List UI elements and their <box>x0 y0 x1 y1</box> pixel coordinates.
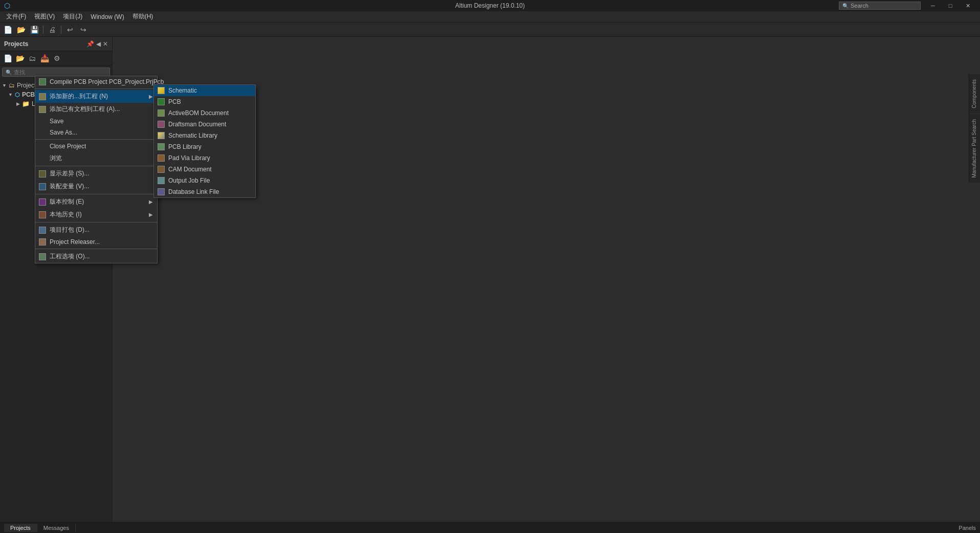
ctx-close-project[interactable]: Close Project <box>35 141 157 152</box>
manufacturer-part-search-tab[interactable]: Manufacturer Part Search <box>969 114 980 183</box>
ctx-options[interactable]: 工程选项 (O)... <box>35 250 157 263</box>
ctx-show-diff[interactable]: 显示差异 (S)... <box>35 167 157 180</box>
titlebar-search-box[interactable]: 🔍 Search <box>839 2 921 10</box>
new-file-button[interactable]: 📄 <box>2 25 13 35</box>
ctx-sub-activebom[interactable]: ActiveBOM Document <box>154 107 255 119</box>
ctx-sub-activebom-label: ActiveBOM Document <box>168 109 229 117</box>
ctx-sub-pad-via[interactable]: Pad Via Library <box>154 152 255 164</box>
panel-title: Projects <box>4 40 28 48</box>
release-icon <box>38 238 47 246</box>
panel-new-button[interactable]: 📄 <box>2 53 13 63</box>
save-button[interactable]: 💾 <box>29 25 40 35</box>
menu-help[interactable]: 帮助(H) <box>128 11 158 22</box>
bom-icon <box>157 109 165 117</box>
panel-open-folder-button[interactable]: 🗂 <box>27 53 38 63</box>
ctx-package[interactable]: 项目打包 (D)... <box>35 224 157 236</box>
panel-toolbar: 📄 📂 🗂 📥 ⚙ <box>0 51 112 65</box>
print-button[interactable]: 🖨 <box>47 25 58 35</box>
ctx-compile[interactable]: Compile PCB Project PCB_Project.PrjPcb <box>35 76 157 87</box>
open-button[interactable]: 📂 <box>15 25 27 35</box>
toolbar: 📄 📂 💾 🖨 ↩ ↪ <box>0 23 980 37</box>
ctx-version[interactable]: 版本控制 (E) ▶ <box>35 195 157 208</box>
minimize-button[interactable]: ─ <box>925 0 941 11</box>
ctx-add-existing[interactable]: 添加已有文档到工程 (A)... <box>35 103 157 116</box>
ctx-sub-pcb-label: PCB <box>168 98 181 105</box>
ctx-history[interactable]: 本地历史 (I) ▶ <box>35 208 157 221</box>
ctx-add-new-label: 添加新的...到工程 (N) <box>50 92 108 101</box>
context-menu-level2: Schematic PCB ActiveBOM Document Draftsm… <box>153 84 256 198</box>
ctx-add-existing-label: 添加已有文档到工程 (A)... <box>50 105 120 114</box>
submenu-arrow: ▶ <box>149 94 153 99</box>
ctx-browse-label: 浏览 <box>50 154 62 163</box>
ctx-browse[interactable]: 浏览 <box>35 152 157 165</box>
right-side-tabs: Components Manufacturer Part Search <box>969 74 980 183</box>
ctx-sub-cam-label: CAM Document <box>168 166 212 173</box>
ctx-sub-output-job[interactable]: Output Job File <box>154 175 255 186</box>
projects-tab[interactable]: Projects <box>4 524 37 532</box>
restore-button[interactable]: □ <box>942 0 959 11</box>
menu-window[interactable]: Window (W) <box>86 12 128 21</box>
ctx-sub-schematic-library[interactable]: Schematic Library <box>154 130 255 141</box>
ctx-sub-database-link[interactable]: Database Link File <box>154 186 255 197</box>
redo-button[interactable]: ↪ <box>78 25 89 35</box>
ctx-release[interactable]: Project Releaser... <box>35 236 157 248</box>
panels-button[interactable]: Panels <box>959 525 976 531</box>
undo-button[interactable]: ↩ <box>64 25 76 35</box>
panel-pin-icon[interactable]: 📌 <box>86 40 94 48</box>
app-title: Altium Designer (19.0.10) <box>455 2 525 9</box>
ctx-sub-schematic-label: Schematic <box>168 87 197 94</box>
output-job-icon <box>157 176 165 185</box>
ctx-sub-pcb-library-label: PCB Library <box>168 143 202 150</box>
compile-icon <box>38 78 47 86</box>
components-tab[interactable]: Components <box>969 74 980 114</box>
ctx-save[interactable]: Save <box>35 116 157 127</box>
panel-close-icon[interactable]: ✕ <box>103 40 108 48</box>
ctx-package-label: 项目打包 (D)... <box>50 226 90 234</box>
ctx-sub-draftsman[interactable]: Draftsman Document <box>154 119 255 130</box>
ctx-variants[interactable]: 装配变量 (V)... <box>35 180 157 193</box>
expand-icon: ▼ <box>2 83 7 88</box>
search-magnifier-icon: 🔍 <box>6 70 12 75</box>
ctx-sub-pcb[interactable]: PCB <box>154 96 255 107</box>
expand-icon-2: ▼ <box>8 92 13 97</box>
ctx-sub-draftsman-label: Draftsman Document <box>168 121 226 128</box>
add-existing-icon <box>38 105 47 114</box>
menubar: 文件(F) 视图(V) 项目(J) Window (W) 帮助(H) <box>0 11 980 23</box>
panel-import-button[interactable]: 📥 <box>39 53 50 63</box>
pcb-icon <box>157 98 165 106</box>
menu-view[interactable]: 视图(V) <box>30 11 59 22</box>
add-new-icon <box>38 93 47 101</box>
schematic-icon <box>157 86 165 95</box>
messages-tab[interactable]: Messages <box>37 524 76 532</box>
ctx-sub-pcb-library[interactable]: PCB Library <box>154 141 255 152</box>
ctx-sub-schematic[interactable]: Schematic <box>154 85 255 96</box>
ctx-save-as[interactable]: Save As... <box>35 127 157 138</box>
history-icon <box>38 211 47 219</box>
project-icon: ⬡ <box>15 92 20 98</box>
panel-open-button[interactable]: 📂 <box>14 53 26 63</box>
panel-settings-button[interactable]: ⚙ <box>51 53 62 63</box>
panel-collapse-icon[interactable]: ◀ <box>96 40 101 48</box>
menu-file[interactable]: 文件(F) <box>2 11 30 22</box>
database-link-icon <box>157 188 165 196</box>
project-group-icon: 🗂 <box>9 82 15 89</box>
ctx-save-label: Save <box>50 118 63 125</box>
pcb-library-icon <box>157 143 165 151</box>
ctx-sub-database-link-label: Database Link File <box>168 188 219 195</box>
ctx-sep-3 <box>35 194 157 194</box>
ctx-sep-4 <box>35 222 157 223</box>
ctx-sub-output-job-label: Output Job File <box>168 177 210 184</box>
menu-project[interactable]: 项目(J) <box>59 11 86 22</box>
close-button[interactable]: ✕ <box>960 0 976 11</box>
variants-icon <box>38 183 47 191</box>
diff-icon <box>38 170 47 178</box>
project-search-input[interactable] <box>14 69 85 75</box>
panel-header: Projects 📌 ◀ ✕ <box>0 37 112 51</box>
panel-header-icons: 📌 ◀ ✕ <box>86 40 108 48</box>
ctx-sep-0 <box>35 88 157 89</box>
ctx-add-new[interactable]: 添加新的...到工程 (N) ▶ <box>35 90 157 103</box>
ctx-save-as-label: Save As... <box>50 129 77 136</box>
package-icon <box>38 226 47 234</box>
ctx-sub-cam[interactable]: CAM Document <box>154 164 255 175</box>
app-icon: ⬡ <box>4 2 10 10</box>
